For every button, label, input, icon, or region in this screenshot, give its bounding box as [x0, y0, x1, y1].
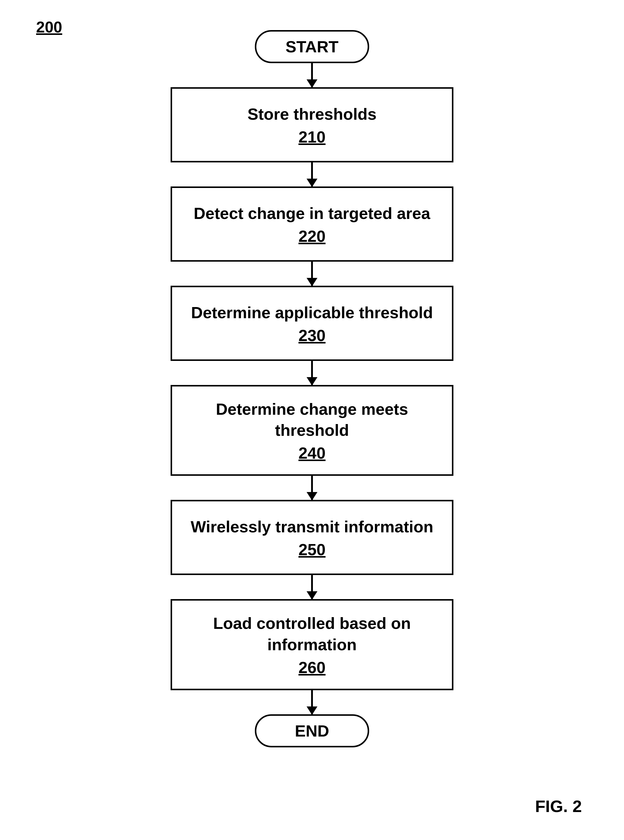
step-250-box: Wirelessly transmit information 250: [171, 500, 453, 575]
arrow-start-to-210: [311, 63, 313, 87]
step-220-number: 220: [298, 227, 326, 245]
start-label: START: [286, 37, 338, 56]
flowchart: START Store thresholds 210 Detect change…: [0, 30, 624, 748]
step-260-title: Load controlled based on information: [181, 613, 443, 655]
start-box: START: [255, 30, 369, 63]
end-box: END: [255, 714, 369, 748]
step-230-box: Determine applicable threshold 230: [171, 286, 453, 361]
step-240-box: Determine change meets threshold 240: [171, 385, 453, 476]
step-210-number: 210: [298, 128, 326, 146]
step-230-title: Determine applicable threshold: [191, 302, 433, 323]
fig-label: FIG. 2: [535, 796, 582, 816]
step-250-title: Wirelessly transmit information: [191, 516, 434, 537]
arrow-230-to-240: [311, 361, 313, 385]
step-240-title: Determine change meets threshold: [181, 399, 443, 441]
end-label: END: [295, 721, 329, 740]
step-260-number: 260: [298, 658, 326, 677]
step-210-title: Store thresholds: [247, 103, 376, 125]
step-220-box: Detect change in targeted area 220: [171, 186, 453, 262]
step-250-number: 250: [298, 540, 326, 559]
page: 200 START Store thresholds 210 Detect ch…: [0, 0, 624, 840]
arrow-250-to-260: [311, 575, 313, 599]
step-240-number: 240: [298, 444, 326, 462]
arrow-260-to-end: [311, 690, 313, 714]
arrow-240-to-250: [311, 476, 313, 500]
step-210-box: Store thresholds 210: [171, 87, 453, 162]
step-230-number: 230: [298, 326, 326, 345]
step-260-box: Load controlled based on information 260: [171, 599, 453, 690]
step-220-title: Detect change in targeted area: [194, 203, 430, 224]
arrow-220-to-230: [311, 262, 313, 286]
arrow-210-to-220: [311, 162, 313, 186]
